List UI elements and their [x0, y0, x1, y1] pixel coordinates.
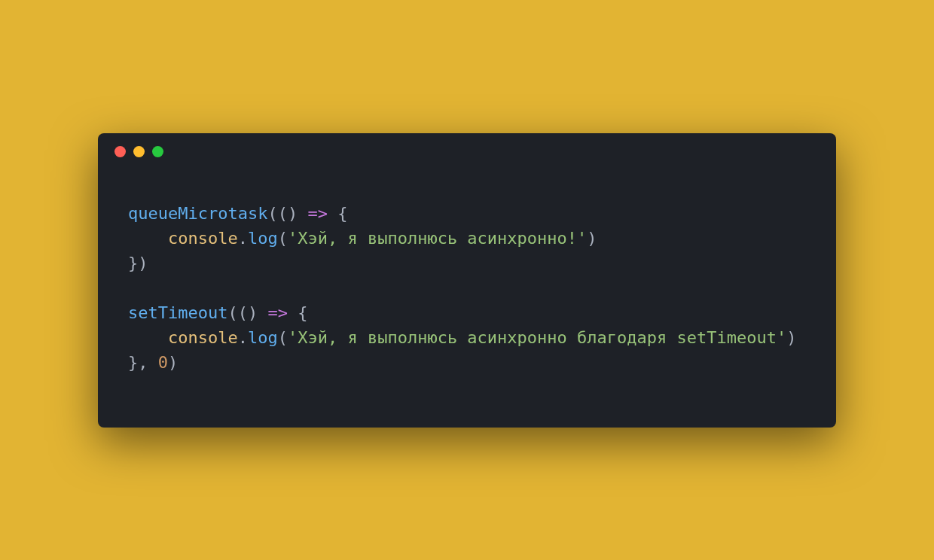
code-token-punct: ): [786, 328, 796, 347]
code-token-punct: ((): [227, 303, 267, 322]
code-token-object: console: [168, 229, 238, 248]
code-token-method: log: [248, 229, 278, 248]
window-titlebar: [98, 133, 836, 171]
code-token-number: 0: [158, 353, 168, 372]
code-token-arrow: =>: [307, 204, 328, 223]
code-token-punct: {: [288, 303, 308, 322]
close-icon[interactable]: [114, 146, 126, 157]
code-token-punct: }): [128, 254, 148, 272]
code-token-indent: [128, 328, 168, 347]
code-token-punct: },: [128, 353, 158, 372]
code-token-punct: (: [278, 229, 288, 248]
code-token-string: 'Хэй, я выполнюсь асинхронно!': [288, 229, 587, 248]
minimize-icon[interactable]: [133, 146, 145, 157]
code-content: queueMicrotask(() => { console.log('Хэй,…: [98, 171, 836, 390]
code-token-method: log: [248, 328, 278, 347]
code-token-punct: .: [238, 328, 248, 347]
code-token-punct: ): [168, 353, 178, 372]
code-token-punct: .: [238, 229, 248, 248]
code-window: queueMicrotask(() => { console.log('Хэй,…: [98, 133, 836, 428]
code-token-function: queueMicrotask: [128, 204, 267, 223]
code-token-object: console: [168, 328, 238, 347]
code-token-punct: ): [587, 229, 597, 248]
code-token-arrow: =>: [267, 303, 288, 322]
code-token-indent: [128, 229, 168, 248]
code-token-punct: ((): [267, 204, 307, 223]
code-token-function: setTimeout: [128, 303, 227, 322]
code-token-punct: {: [328, 204, 348, 223]
code-token-punct: (: [278, 328, 288, 347]
maximize-icon[interactable]: [152, 146, 163, 157]
code-token-string: 'Хэй, я выполнюсь асинхронно благодаря s…: [288, 328, 786, 347]
